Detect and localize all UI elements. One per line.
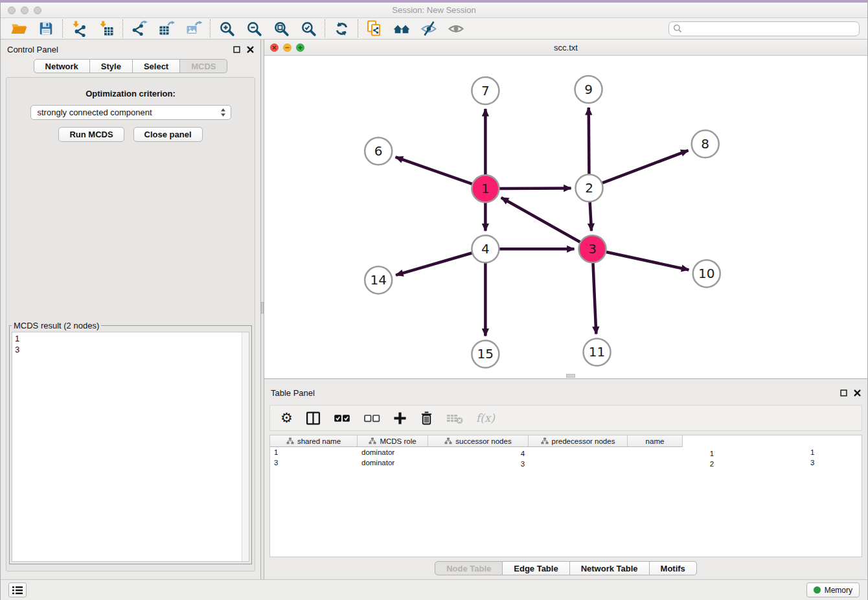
show-all-columns-button[interactable]	[334, 410, 350, 426]
zoom-selected-button[interactable]	[298, 19, 319, 38]
float-panel-icon[interactable]	[233, 46, 240, 53]
svg-text:9: 9	[584, 82, 593, 98]
table-cell[interactable]: 3	[270, 457, 358, 468]
unchecked-boxes-icon	[363, 413, 380, 423]
column-layout-button[interactable]	[306, 410, 321, 426]
delete-table-button[interactable]	[446, 410, 463, 426]
status-bar: Memory	[1, 579, 867, 600]
graph-node[interactable]: 2	[576, 175, 603, 202]
delete-columns-button[interactable]	[420, 410, 433, 426]
show-details-button[interactable]	[446, 19, 466, 38]
graph-edge[interactable]	[593, 263, 596, 334]
open-session-button[interactable]	[8, 19, 29, 38]
mcds-result-fieldset: MCDS result (2 nodes) 13	[9, 321, 252, 564]
graph-node[interactable]: 4	[472, 236, 499, 263]
column-header-successor-nodes[interactable]: successor nodes	[428, 435, 529, 447]
import-table-button[interactable]	[96, 19, 117, 38]
zoom-out-button[interactable]	[244, 19, 264, 38]
table-cell[interactable]: 1	[806, 447, 862, 457]
result-scrollbar[interactable]	[242, 332, 249, 561]
table-cell[interactable]: 2	[617, 457, 806, 468]
graph-edge[interactable]	[396, 253, 472, 275]
home-button[interactable]	[391, 19, 412, 38]
float-table-panel-icon[interactable]	[840, 389, 847, 397]
zoom-fit-button[interactable]	[271, 19, 291, 38]
table-cell[interactable]: 3	[428, 457, 617, 468]
graph-edge[interactable]	[589, 108, 589, 175]
graph-node[interactable]: 10	[693, 260, 720, 288]
graph-edge[interactable]	[606, 252, 689, 270]
column-header-predecessor-nodes[interactable]: predecessor nodes	[529, 435, 628, 447]
export-table-button[interactable]	[156, 19, 177, 38]
tab-network-table[interactable]: Network Table	[570, 561, 650, 575]
column-header-shared-name[interactable]: shared name	[270, 435, 358, 447]
export-network-button[interactable]	[129, 19, 150, 38]
function-builder-button[interactable]: f(x)	[476, 410, 495, 426]
table-cell[interactable]: dominator	[358, 457, 428, 468]
column-header-mcds-role[interactable]: MCDS role	[358, 435, 428, 447]
graph-edge[interactable]	[602, 151, 688, 184]
graph-edge[interactable]	[590, 202, 591, 231]
zoom-in-button[interactable]	[216, 19, 237, 38]
tab-style[interactable]: Style	[90, 59, 133, 73]
graph-node[interactable]: 14	[365, 267, 392, 294]
tab-node-table[interactable]: Node Table	[435, 561, 503, 575]
window-title: Session: New Session	[1, 5, 867, 15]
column-header-name[interactable]: name	[628, 435, 683, 447]
table-cell[interactable]: 4	[428, 447, 617, 457]
share-session-button[interactable]	[364, 19, 385, 38]
task-history-button[interactable]	[8, 583, 27, 597]
zoom-fit-icon	[273, 21, 290, 37]
tab-motifs[interactable]: Motifs	[650, 561, 697, 575]
network-window-titlebar[interactable]: scc.txt	[264, 40, 867, 56]
splitter-grip[interactable]	[261, 302, 264, 314]
svg-text:4: 4	[481, 242, 490, 257]
graph-node[interactable]: 9	[575, 76, 602, 104]
export-table-icon	[158, 20, 175, 37]
table-cell[interactable]: 1	[617, 447, 806, 457]
export-image-button[interactable]	[183, 19, 204, 38]
zoom-selected-icon	[301, 21, 317, 37]
close-panel-button[interactable]: Close panel	[133, 127, 203, 142]
horizontal-splitter-grip[interactable]	[566, 374, 575, 378]
graph-node[interactable]: 7	[472, 78, 499, 105]
graph-edge[interactable]	[501, 198, 580, 242]
checked-boxes-icon	[334, 413, 350, 423]
close-panel-icon[interactable]	[247, 46, 254, 53]
network-window: scc.txt 7968124314101511	[264, 40, 867, 379]
graph-node[interactable]: 15	[472, 341, 499, 368]
tab-edge-table[interactable]: Edge Table	[503, 561, 569, 575]
graph-node[interactable]: 1	[472, 176, 499, 203]
tab-network[interactable]: Network	[34, 59, 90, 73]
table-options-button[interactable]: ⚙	[280, 410, 293, 426]
network-canvas[interactable]: 7968124314101511	[264, 56, 867, 378]
table-cell[interactable]: 1	[270, 447, 358, 457]
table-cell[interactable]: 3	[806, 457, 862, 468]
select-stepper-icon	[220, 108, 226, 117]
memory-button[interactable]: Memory	[806, 583, 860, 597]
horizontal-splitter[interactable]	[264, 379, 867, 383]
import-network-button[interactable]	[69, 19, 89, 38]
graph-edge[interactable]	[396, 157, 473, 185]
run-mcds-button[interactable]: Run MCDS	[58, 127, 124, 142]
table-cell[interactable]: dominator	[358, 447, 428, 457]
table-tabs: Node TableEdge TableNetwork TableMotifs	[435, 561, 697, 575]
save-session-button[interactable]	[36, 19, 56, 38]
graph-node[interactable]: 3	[579, 236, 606, 263]
criterion-select[interactable]: strongly connected component	[30, 105, 231, 120]
add-column-button[interactable]	[393, 410, 407, 426]
table-row[interactable]: 3dominator323	[270, 457, 862, 468]
refresh-view-button[interactable]	[331, 19, 352, 38]
tab-select[interactable]: Select	[133, 59, 180, 73]
search-icon	[673, 24, 682, 33]
tab-mcds[interactable]: MCDS	[180, 59, 227, 73]
graph-edge[interactable]	[499, 189, 571, 189]
hide-all-columns-button[interactable]	[363, 410, 380, 426]
graph-node[interactable]: 11	[584, 339, 611, 366]
hide-details-button[interactable]	[418, 19, 439, 38]
graph-node[interactable]: 8	[692, 131, 719, 158]
table-row[interactable]: 1dominator411	[270, 447, 862, 457]
close-table-panel-icon[interactable]	[854, 389, 861, 397]
search-input[interactable]	[685, 24, 855, 33]
graph-node[interactable]: 6	[365, 138, 392, 165]
